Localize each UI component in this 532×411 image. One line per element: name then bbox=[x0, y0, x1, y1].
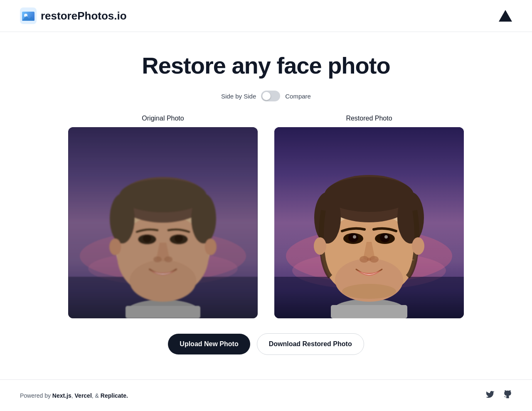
logo[interactable]: restorePhotos.io bbox=[20, 7, 127, 24]
download-button[interactable]: Download Restored Photo bbox=[257, 333, 364, 355]
restored-face-svg bbox=[274, 127, 464, 318]
svg-point-49 bbox=[367, 258, 371, 261]
restored-photo-col: Restored Photo bbox=[273, 115, 466, 318]
svg-point-22 bbox=[175, 235, 183, 242]
svg-rect-10 bbox=[126, 306, 200, 318]
photos-section: Original Photo bbox=[66, 115, 466, 318]
footer: Powered by Next.js, Vercel, & Replicate. bbox=[0, 379, 532, 411]
svg-rect-32 bbox=[331, 305, 407, 318]
footer-sep2: , & bbox=[92, 392, 101, 399]
svg-point-18 bbox=[119, 179, 207, 212]
triangle-icon bbox=[499, 10, 512, 22]
action-buttons: Upload New Photo Download Restored Photo bbox=[168, 333, 364, 355]
logo-text: restorePhotos.io bbox=[41, 10, 127, 22]
footer-replicate: Replicate. bbox=[101, 392, 128, 399]
svg-point-52 bbox=[342, 284, 396, 299]
svg-point-45 bbox=[353, 235, 356, 239]
upload-button[interactable]: Upload New Photo bbox=[168, 334, 250, 354]
svg-point-14 bbox=[130, 260, 196, 302]
view-toggle[interactable] bbox=[261, 91, 280, 101]
original-face-svg bbox=[68, 127, 258, 318]
restored-photo-label: Restored Photo bbox=[346, 115, 392, 122]
svg-point-24 bbox=[164, 256, 172, 262]
svg-point-23 bbox=[153, 256, 162, 262]
svg-point-51 bbox=[412, 237, 424, 255]
svg-point-40 bbox=[325, 177, 414, 212]
original-photo-col: Original Photo bbox=[66, 115, 259, 318]
footer-vercel: Vercel bbox=[75, 392, 92, 399]
footer-prefix: Powered by bbox=[20, 392, 52, 399]
restored-photo-image bbox=[274, 127, 464, 318]
svg-point-25 bbox=[109, 239, 121, 255]
original-photo-label: Original Photo bbox=[142, 115, 184, 122]
toggle-thumb bbox=[262, 92, 271, 100]
footer-nextjs: Next.js bbox=[52, 392, 71, 399]
footer-sep1: , bbox=[71, 392, 75, 399]
view-toggle-row: Side by Side Compare bbox=[221, 91, 311, 101]
logo-icon bbox=[20, 7, 37, 24]
page-title: Restore any face photo bbox=[142, 52, 390, 79]
footer-powered-by: Powered by Next.js, Vercel, & Replicate. bbox=[20, 392, 128, 399]
svg-point-46 bbox=[384, 235, 388, 239]
toggle-left-label: Side by Side bbox=[221, 93, 256, 100]
restored-photo-frame bbox=[274, 127, 464, 318]
original-photo-frame bbox=[68, 127, 258, 318]
svg-point-26 bbox=[205, 239, 217, 255]
toggle-right-label: Compare bbox=[285, 93, 311, 100]
github-icon[interactable] bbox=[503, 390, 512, 401]
twitter-icon[interactable] bbox=[485, 390, 495, 401]
original-photo-image bbox=[68, 127, 258, 318]
svg-point-21 bbox=[143, 235, 151, 242]
toggle-track bbox=[261, 91, 280, 101]
footer-social-icons bbox=[485, 390, 512, 401]
svg-point-50 bbox=[314, 237, 326, 255]
